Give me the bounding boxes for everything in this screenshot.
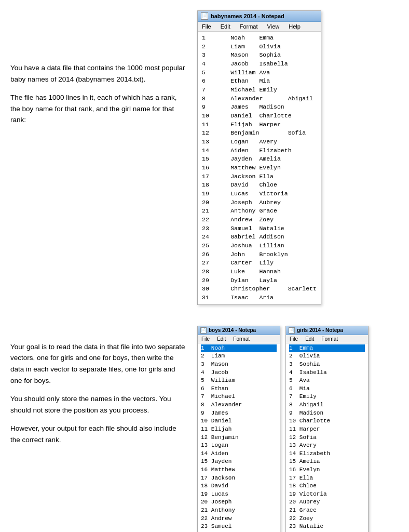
girls-notepad-titlebar: 📄 girls 2014 - Notepa (286, 326, 368, 335)
girls-row: 20 Aubrey (289, 498, 365, 507)
girls-row: 6 Mia (289, 385, 365, 393)
boys-notepad-titlebar: 📄 boys 2014 - Notepa (198, 326, 280, 335)
main-notepad-content: 1 Noah Emma 2 Liam Olivia 3 Mason Sophia… (198, 32, 321, 304)
girls-notepad-icon: 📄 (289, 327, 295, 334)
bottom-windows-container: 📄 boys 2014 - Notepa File Edit Format 1 … (197, 326, 369, 532)
page: You have a data file that contains the 1… (0, 0, 409, 532)
boys-row: 17 Jackson (201, 474, 277, 483)
girls-row: 16 Evelyn (289, 466, 365, 474)
boys-row: 23 Samuel (201, 523, 277, 531)
girls-row: 9 Madison (289, 409, 365, 418)
main-menu-help[interactable]: Help (287, 23, 303, 30)
boys-row: 3 Mason (201, 361, 277, 369)
girls-row: 13 Avery (289, 442, 365, 450)
boys-row: 22 Andrew (201, 515, 277, 523)
girls-row: 5 Ava (289, 377, 365, 385)
girls-row: 23 Natalie (289, 523, 365, 531)
top-section: You have a data file that contains the 1… (10, 10, 399, 305)
boys-row: 19 Lucas (201, 490, 277, 499)
bottom-description: Your goal is to read the data in that fi… (10, 326, 187, 532)
girls-row: 8 Abigail (289, 401, 365, 409)
bottom-section: Your goal is to read the data in that fi… (10, 326, 399, 532)
main-menu-format[interactable]: Format (238, 23, 260, 30)
girls-notepad-content: 1 Emma2 Olivia3 Sophia4 Isabella5 Ava6 M… (286, 343, 368, 532)
main-menu-view[interactable]: View (265, 23, 282, 30)
boys-row: 2 Liam (201, 352, 277, 361)
girls-row: 1 Emma (289, 344, 365, 353)
boys-row: 5 William (201, 377, 277, 385)
bottom-para1: Your goal is to read the data in that fi… (10, 341, 187, 386)
girls-row: 15 Amelia (289, 458, 365, 466)
boys-row: 14 Aiden (201, 450, 277, 458)
girls-row: 19 Victoria (289, 490, 365, 499)
girls-row: 3 Sophia (289, 361, 365, 369)
boys-row: 11 Elijah (201, 425, 277, 434)
girls-row: 21 Grace (289, 507, 365, 515)
boys-row: 6 Ethan (201, 385, 277, 393)
boys-row: 1 Noah (201, 344, 277, 353)
main-notepad-titlebar: 📄 babynames 2014 - Notepad (198, 11, 321, 22)
boys-row: 21 Anthony (201, 507, 277, 515)
notepad-icon: 📄 (201, 12, 208, 20)
main-menu-file[interactable]: File (200, 23, 213, 30)
main-notepad-window: 📄 babynames 2014 - Notepad File Edit For… (197, 10, 321, 305)
girls-menu-format[interactable]: Format (320, 336, 339, 342)
boys-row: 16 Matthew (201, 466, 277, 474)
boys-menu-file[interactable]: File (200, 336, 211, 342)
girls-row: 2 Olivia (289, 352, 365, 361)
top-description: You have a data file that contains the 1… (10, 10, 187, 305)
girls-notepad-window: 📄 girls 2014 - Notepa File Edit Format 1… (285, 326, 369, 532)
girls-menu-edit[interactable]: Edit (304, 336, 316, 342)
girls-notepad-menubar: File Edit Format (286, 335, 368, 343)
boys-notepad-icon: 📄 (200, 327, 207, 334)
boys-row: 18 David (201, 482, 277, 490)
boys-notepad-menubar: File Edit Format (198, 335, 280, 343)
bottom-para2: You should only store the names in the v… (10, 393, 187, 416)
boys-row: 12 Benjamin (201, 434, 277, 442)
boys-row: 8 Alexander (201, 401, 277, 409)
boys-row: 10 Daniel (201, 417, 277, 425)
girls-row: 7 Emily (289, 393, 365, 401)
boys-row: 7 Michael (201, 393, 277, 401)
boys-row: 4 Jacob (201, 369, 277, 377)
bottom-para3: However, your output for each file shoul… (10, 423, 187, 445)
boys-notepad-title: boys 2014 - Notepa (209, 327, 256, 333)
boys-notepad-window: 📄 boys 2014 - Notepa File Edit Format 1 … (197, 326, 280, 532)
girls-row: 14 Elizabeth (289, 450, 365, 458)
main-menu-edit[interactable]: Edit (219, 23, 233, 30)
top-para1: You have a data file that contains the 1… (10, 62, 187, 85)
main-notepad-menubar: File Edit Format View Help (198, 22, 321, 32)
boys-row: 9 James (201, 409, 277, 418)
girls-row: 12 Sofia (289, 434, 365, 442)
girls-row: 18 Chloe (289, 482, 365, 490)
girls-row: 10 Charlotte (289, 417, 365, 425)
main-notepad-title: babynames 2014 - Notepad (211, 13, 284, 19)
girls-row: 17 Ella (289, 474, 365, 483)
top-para2: The file has 1000 lines in it, each of w… (10, 92, 187, 126)
girls-notepad-title: girls 2014 - Notepa (297, 327, 343, 333)
girls-menu-file[interactable]: File (288, 336, 299, 342)
boys-menu-format[interactable]: Format (231, 336, 251, 342)
girls-row: 22 Zoey (289, 515, 365, 523)
boys-menu-edit[interactable]: Edit (215, 336, 227, 342)
boys-notepad-content: 1 Noah2 Liam3 Mason4 Jacob5 William6 Eth… (198, 343, 280, 532)
boys-row: 20 Joseph (201, 498, 277, 507)
girls-row: 11 Harper (289, 425, 365, 434)
boys-row: 15 Jayden (201, 458, 277, 466)
girls-row: 4 Isabella (289, 369, 365, 377)
boys-row: 13 Logan (201, 442, 277, 450)
